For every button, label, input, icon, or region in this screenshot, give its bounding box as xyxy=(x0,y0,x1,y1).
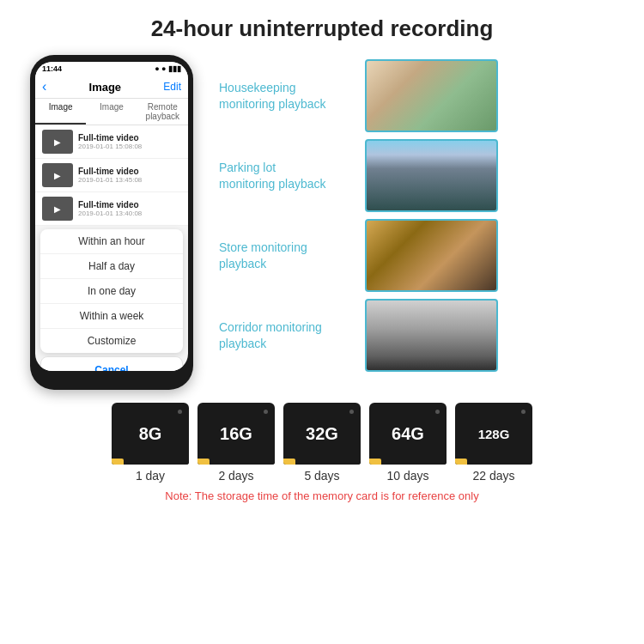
storage-days-32g: 5 days xyxy=(304,469,339,483)
sd-card-label-32g: 32G xyxy=(306,424,338,444)
video-date-1: 2019-01-01 15:08:08 xyxy=(78,143,181,150)
storage-section: 8G 1 day 16G 2 days 32G 5 days 64G 10 da… xyxy=(0,390,644,507)
video-info-2: Full-time video 2019-01-01 13:45:08 xyxy=(78,167,181,184)
phone-nav-bar: ‹ Image Edit xyxy=(35,76,188,99)
storage-days-8g: 1 day xyxy=(136,469,165,483)
play-icon-1: ▶ xyxy=(54,137,61,147)
page-title: 24-hour uninterrupted recording xyxy=(9,15,635,42)
storage-days-16g: 2 days xyxy=(218,469,253,483)
monitor-label-corridor: Corridor monitoring playback xyxy=(219,319,356,350)
phone-video-list: ▶ Full-time video 2019-01-01 15:08:08 ▶ … xyxy=(35,125,188,226)
video-item-1[interactable]: ▶ Full-time video 2019-01-01 15:08:08 xyxy=(35,125,188,159)
storage-days-128g: 22 days xyxy=(472,469,514,483)
parking-img-content xyxy=(367,141,496,210)
housekeeping-img-content xyxy=(367,61,496,131)
monitor-row-2: Parking lot monitoring playback xyxy=(219,139,627,212)
sd-card-dot-32g xyxy=(349,410,354,414)
monitor-row-1: Housekeeping monitoring playback xyxy=(219,59,627,132)
video-date-3: 2019-01-01 13:40:08 xyxy=(78,210,181,217)
video-thumb-3: ▶ xyxy=(42,197,73,221)
video-info-3: Full-time video 2019-01-01 13:40:08 xyxy=(78,200,181,217)
sd-card-dot-64g xyxy=(435,410,440,414)
storage-card-8g: 8G 1 day xyxy=(112,403,189,483)
sd-card-8g: 8G xyxy=(112,403,189,465)
phone-dropdown: Within an hour Half a day In one day Wit… xyxy=(40,229,183,353)
phone-screen: 11:44 ● ● ▮▮▮ ‹ Image Edit Image Image R… xyxy=(35,62,188,371)
monitor-img-housekeeping xyxy=(365,59,498,132)
dropdown-cancel[interactable]: Cancel xyxy=(40,356,183,371)
monitor-img-corridor xyxy=(365,299,498,372)
monitor-img-store xyxy=(365,219,498,292)
sd-card-16g: 16G xyxy=(197,403,275,465)
phone-tab-image2[interactable]: Image xyxy=(86,99,137,125)
phone-status-bar: 11:44 ● ● ▮▮▮ xyxy=(35,62,188,76)
video-date-2: 2019-01-01 13:45:08 xyxy=(78,176,181,184)
sd-card-label-8g: 8G xyxy=(139,424,162,444)
dropdown-item-2[interactable]: Half a day xyxy=(40,254,183,279)
storage-card-16g: 16G 2 days xyxy=(197,403,275,483)
monitor-label-store: Store monitoring playback xyxy=(219,240,356,270)
phone-mockup: 11:44 ● ● ▮▮▮ ‹ Image Edit Image Image R… xyxy=(30,55,193,390)
sd-card-dot-8g xyxy=(178,410,182,414)
dropdown-item-3[interactable]: In one day xyxy=(40,279,183,304)
phone-container: 11:44 ● ● ▮▮▮ ‹ Image Edit Image Image R… xyxy=(17,55,206,390)
corridor-img-content xyxy=(367,301,496,370)
sd-card-label-16g: 16G xyxy=(220,424,252,444)
video-title-1: Full-time video xyxy=(78,133,181,143)
phone-tab-remote[interactable]: Remote playback xyxy=(137,99,188,125)
play-icon-2: ▶ xyxy=(54,171,61,180)
storage-card-128g: 128G 22 days xyxy=(455,403,532,483)
nav-edit[interactable]: Edit xyxy=(163,81,181,93)
video-thumb-2: ▶ xyxy=(42,163,73,187)
sd-card-128g: 128G xyxy=(455,403,532,465)
monitor-label-parking: Parking lot monitoring playback xyxy=(219,160,356,191)
title-section: 24-hour uninterrupted recording xyxy=(0,0,644,51)
video-item-2[interactable]: ▶ Full-time video 2019-01-01 13:45:08 xyxy=(35,159,188,192)
storage-days-64g: 10 days xyxy=(386,469,428,483)
monitor-row-4: Corridor monitoring playback xyxy=(219,299,627,372)
sd-card-dot-16g xyxy=(264,410,268,414)
phone-time: 11:44 xyxy=(42,64,62,73)
monitor-row-3: Store monitoring playback xyxy=(219,219,627,292)
sd-card-label-128g: 128G xyxy=(478,427,510,441)
dropdown-item-5[interactable]: Customize xyxy=(40,329,183,353)
storage-note: Note: The storage time of the memory car… xyxy=(165,489,478,502)
monitoring-section: Housekeeping monitoring playback Parking… xyxy=(219,55,627,390)
dropdown-item-1[interactable]: Within an hour xyxy=(40,229,183,254)
phone-tab-image[interactable]: Image xyxy=(35,99,86,125)
nav-title: Image xyxy=(46,81,163,94)
video-title-3: Full-time video xyxy=(78,200,181,210)
video-info-1: Full-time video 2019-01-01 15:08:08 xyxy=(78,133,181,150)
sd-card-32g: 32G xyxy=(283,403,361,465)
store-img-content xyxy=(367,221,496,290)
sd-card-label-64g: 64G xyxy=(392,424,424,444)
video-thumb-1: ▶ xyxy=(42,130,73,154)
storage-card-64g: 64G 10 days xyxy=(369,403,447,483)
monitor-img-parking xyxy=(365,139,498,212)
play-icon-3: ▶ xyxy=(54,204,61,214)
sd-card-dot-128g xyxy=(521,410,526,414)
monitor-label-housekeeping: Housekeeping monitoring playback xyxy=(219,80,356,111)
video-title-2: Full-time video xyxy=(78,167,181,176)
storage-cards: 8G 1 day 16G 2 days 32G 5 days 64G 10 da… xyxy=(112,403,532,483)
main-content: 11:44 ● ● ▮▮▮ ‹ Image Edit Image Image R… xyxy=(0,51,644,390)
sd-card-64g: 64G xyxy=(369,403,447,465)
storage-card-32g: 32G 5 days xyxy=(283,403,361,483)
dropdown-item-4[interactable]: Within a week xyxy=(40,304,183,329)
phone-tabs: Image Image Remote playback xyxy=(35,99,188,125)
video-item-3[interactable]: ▶ Full-time video 2019-01-01 13:40:08 xyxy=(35,192,188,226)
phone-signal: ● ● ▮▮▮ xyxy=(155,64,181,73)
